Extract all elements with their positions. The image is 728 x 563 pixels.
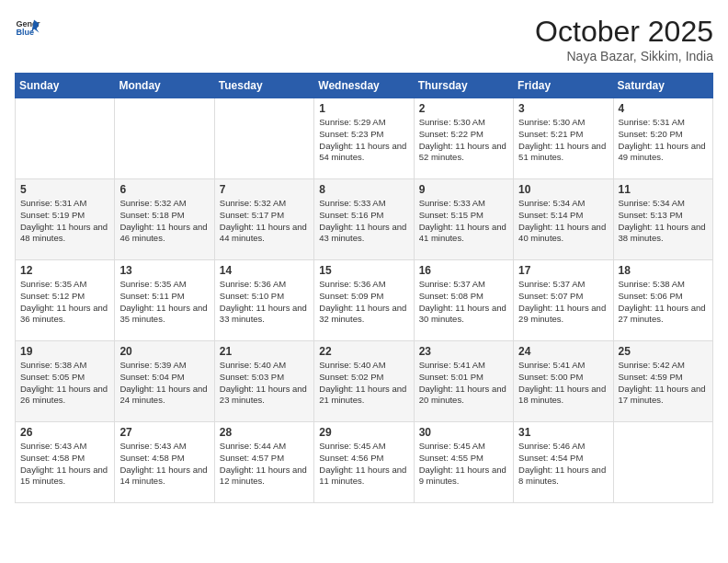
day-info: Sunrise: 5:33 AMSunset: 5:16 PMDaylight:…: [319, 198, 408, 245]
calendar-week-2: 5Sunrise: 5:31 AMSunset: 5:19 PMDaylight…: [16, 179, 713, 260]
day-number: 20: [119, 345, 209, 358]
calendar-cell: 31Sunrise: 5:46 AMSunset: 4:54 PMDayligh…: [514, 422, 613, 503]
calendar-cell: [115, 98, 214, 179]
day-info: Sunrise: 5:37 AMSunset: 5:08 PMDaylight:…: [419, 279, 508, 326]
weekday-header-row: SundayMondayTuesdayWednesdayThursdayFrid…: [16, 74, 713, 98]
calendar-cell: 7Sunrise: 5:32 AMSunset: 5:17 PMDaylight…: [214, 179, 313, 260]
day-info: Sunrise: 5:34 AMSunset: 5:13 PMDaylight:…: [619, 198, 708, 245]
day-info: Sunrise: 5:30 AMSunset: 5:22 PMDaylight:…: [419, 117, 508, 164]
day-info: Sunrise: 5:45 AMSunset: 4:55 PMDaylight:…: [419, 441, 508, 488]
day-info: Sunrise: 5:32 AMSunset: 5:17 PMDaylight:…: [220, 198, 309, 245]
day-info: Sunrise: 5:40 AMSunset: 5:02 PMDaylight:…: [319, 360, 408, 407]
day-info: Sunrise: 5:35 AMSunset: 5:11 PMDaylight:…: [119, 279, 209, 326]
day-info: Sunrise: 5:41 AMSunset: 5:01 PMDaylight:…: [419, 360, 508, 407]
logo: General Blue General Blue: [15, 15, 40, 40]
day-number: 13: [119, 264, 209, 277]
day-number: 17: [518, 264, 608, 277]
calendar-week-5: 26Sunrise: 5:43 AMSunset: 4:58 PMDayligh…: [16, 422, 713, 503]
logo-icon: General Blue: [15, 15, 40, 40]
day-info: Sunrise: 5:36 AMSunset: 5:09 PMDaylight:…: [319, 279, 408, 326]
calendar-week-3: 12Sunrise: 5:35 AMSunset: 5:12 PMDayligh…: [16, 260, 713, 341]
day-number: 25: [619, 345, 708, 358]
calendar-cell: 3Sunrise: 5:30 AMSunset: 5:21 PMDaylight…: [514, 98, 613, 179]
day-info: Sunrise: 5:38 AMSunset: 5:06 PMDaylight:…: [619, 279, 708, 326]
title-block: October 2025 Naya Bazar, Sikkim, India: [535, 15, 713, 63]
calendar-cell: 21Sunrise: 5:40 AMSunset: 5:03 PMDayligh…: [214, 341, 313, 422]
day-info: Sunrise: 5:44 AMSunset: 4:57 PMDaylight:…: [220, 441, 309, 488]
day-number: 3: [518, 102, 608, 115]
calendar-cell: [16, 98, 115, 179]
calendar-cell: 15Sunrise: 5:36 AMSunset: 5:09 PMDayligh…: [314, 260, 414, 341]
day-info: Sunrise: 5:43 AMSunset: 4:58 PMDaylight:…: [119, 441, 209, 488]
day-number: 11: [619, 183, 708, 196]
day-number: 22: [319, 345, 408, 358]
calendar-cell: 22Sunrise: 5:40 AMSunset: 5:02 PMDayligh…: [314, 341, 414, 422]
day-info: Sunrise: 5:41 AMSunset: 5:00 PMDaylight:…: [518, 360, 608, 407]
day-info: Sunrise: 5:46 AMSunset: 4:54 PMDaylight:…: [518, 441, 608, 488]
calendar-cell: [214, 98, 313, 179]
day-number: 4: [619, 102, 708, 115]
day-info: Sunrise: 5:31 AMSunset: 5:19 PMDaylight:…: [20, 198, 109, 245]
day-info: Sunrise: 5:35 AMSunset: 5:12 PMDaylight:…: [20, 279, 109, 326]
calendar-table: SundayMondayTuesdayWednesdayThursdayFrid…: [15, 73, 713, 503]
day-info: Sunrise: 5:43 AMSunset: 4:58 PMDaylight:…: [20, 441, 109, 488]
day-info: Sunrise: 5:42 AMSunset: 4:59 PMDaylight:…: [619, 360, 708, 407]
day-number: 21: [220, 345, 309, 358]
svg-text:Blue: Blue: [16, 28, 34, 37]
month-title: October 2025: [535, 15, 713, 49]
calendar-cell: 27Sunrise: 5:43 AMSunset: 4:58 PMDayligh…: [115, 422, 214, 503]
day-number: 9: [419, 183, 508, 196]
calendar-cell: 17Sunrise: 5:37 AMSunset: 5:07 PMDayligh…: [514, 260, 613, 341]
calendar-cell: 23Sunrise: 5:41 AMSunset: 5:01 PMDayligh…: [414, 341, 513, 422]
day-info: Sunrise: 5:39 AMSunset: 5:04 PMDaylight:…: [119, 360, 209, 407]
day-info: Sunrise: 5:32 AMSunset: 5:18 PMDaylight:…: [119, 198, 209, 245]
calendar-week-1: 1Sunrise: 5:29 AMSunset: 5:23 PMDaylight…: [16, 98, 713, 179]
weekday-header-sunday: Sunday: [16, 74, 115, 98]
calendar-cell: 14Sunrise: 5:36 AMSunset: 5:10 PMDayligh…: [214, 260, 313, 341]
page-header: General Blue General Blue October 2025 N…: [15, 15, 713, 63]
day-number: 7: [220, 183, 309, 196]
calendar-cell: 26Sunrise: 5:43 AMSunset: 4:58 PMDayligh…: [16, 422, 115, 503]
day-number: 23: [419, 345, 508, 358]
day-number: 5: [20, 183, 109, 196]
day-info: Sunrise: 5:33 AMSunset: 5:15 PMDaylight:…: [419, 198, 508, 245]
day-info: Sunrise: 5:30 AMSunset: 5:21 PMDaylight:…: [518, 117, 608, 164]
calendar-cell: 30Sunrise: 5:45 AMSunset: 4:55 PMDayligh…: [414, 422, 513, 503]
calendar-cell: 29Sunrise: 5:45 AMSunset: 4:56 PMDayligh…: [314, 422, 414, 503]
calendar-cell: 13Sunrise: 5:35 AMSunset: 5:11 PMDayligh…: [115, 260, 214, 341]
calendar-cell: 1Sunrise: 5:29 AMSunset: 5:23 PMDaylight…: [314, 98, 414, 179]
day-info: Sunrise: 5:40 AMSunset: 5:03 PMDaylight:…: [220, 360, 309, 407]
calendar-cell: 18Sunrise: 5:38 AMSunset: 5:06 PMDayligh…: [613, 260, 712, 341]
day-number: 10: [518, 183, 608, 196]
weekday-header-saturday: Saturday: [613, 74, 712, 98]
calendar-cell: 11Sunrise: 5:34 AMSunset: 5:13 PMDayligh…: [613, 179, 712, 260]
weekday-header-friday: Friday: [514, 74, 613, 98]
weekday-header-monday: Monday: [115, 74, 214, 98]
day-number: 27: [119, 426, 209, 439]
calendar-cell: 4Sunrise: 5:31 AMSunset: 5:20 PMDaylight…: [613, 98, 712, 179]
day-number: 14: [220, 264, 309, 277]
calendar-cell: [613, 422, 712, 503]
calendar-cell: 20Sunrise: 5:39 AMSunset: 5:04 PMDayligh…: [115, 341, 214, 422]
location: Naya Bazar, Sikkim, India: [535, 49, 713, 63]
calendar-cell: 19Sunrise: 5:38 AMSunset: 5:05 PMDayligh…: [16, 341, 115, 422]
calendar-cell: 9Sunrise: 5:33 AMSunset: 5:15 PMDaylight…: [414, 179, 513, 260]
day-number: 28: [220, 426, 309, 439]
calendar-cell: 5Sunrise: 5:31 AMSunset: 5:19 PMDaylight…: [16, 179, 115, 260]
calendar-cell: 28Sunrise: 5:44 AMSunset: 4:57 PMDayligh…: [214, 422, 313, 503]
calendar-cell: 2Sunrise: 5:30 AMSunset: 5:22 PMDaylight…: [414, 98, 513, 179]
day-number: 18: [619, 264, 708, 277]
day-info: Sunrise: 5:45 AMSunset: 4:56 PMDaylight:…: [319, 441, 408, 488]
day-number: 31: [518, 426, 608, 439]
day-number: 29: [319, 426, 408, 439]
day-number: 8: [319, 183, 408, 196]
calendar-cell: 8Sunrise: 5:33 AMSunset: 5:16 PMDaylight…: [314, 179, 414, 260]
weekday-header-thursday: Thursday: [414, 74, 513, 98]
day-number: 6: [119, 183, 209, 196]
day-number: 19: [20, 345, 109, 358]
calendar-cell: 25Sunrise: 5:42 AMSunset: 4:59 PMDayligh…: [613, 341, 712, 422]
day-number: 30: [419, 426, 508, 439]
weekday-header-wednesday: Wednesday: [314, 74, 414, 98]
calendar-cell: 12Sunrise: 5:35 AMSunset: 5:12 PMDayligh…: [16, 260, 115, 341]
day-number: 12: [20, 264, 109, 277]
